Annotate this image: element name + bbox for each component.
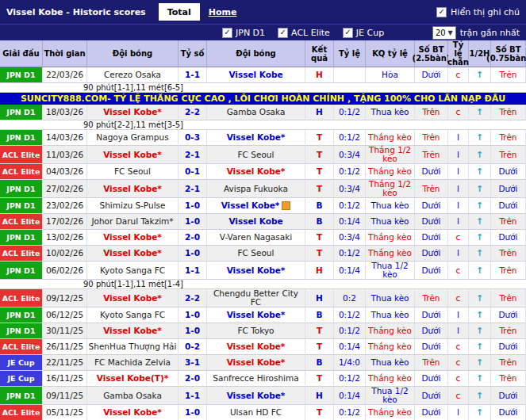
handicap-odds[interactable]: 0:1/4	[334, 262, 366, 280]
away-team[interactable]: Vissel Kobe*	[207, 339, 305, 355]
match-date: 05/11/25	[43, 405, 87, 420]
home-team[interactable]: FC Seoul	[87, 164, 179, 180]
home-team[interactable]: ShenHua Thượng Hải	[87, 339, 179, 355]
handicap-odds[interactable]: 0:3/4	[334, 230, 366, 246]
away-team[interactable]: Vissel Kobe*	[207, 164, 305, 180]
away-team[interactable]: Sanfrecce Hiroshima	[207, 371, 305, 387]
jpn-d1-checkbox[interactable]: ✓	[222, 28, 232, 38]
home-team[interactable]: FC Machida Zelvia	[87, 355, 179, 371]
handicap-odds[interactable]: 0:1/4	[334, 214, 366, 230]
handicap-odds[interactable]	[334, 67, 366, 83]
league-badge: JPN D1	[0, 262, 43, 280]
league-badge: ACL Elite	[0, 246, 43, 262]
away-team[interactable]: Vissel Kobe*	[207, 355, 305, 371]
handicap-odds[interactable]: 0:1/4	[334, 339, 366, 355]
away-team[interactable]: Chengdu Better City FC	[207, 289, 305, 307]
first-half-trend-icon[interactable]: ↑	[476, 374, 483, 383]
first-half-trend-icon[interactable]: ↑	[476, 358, 483, 367]
handicap-odds[interactable]: 0:1/2	[334, 405, 366, 420]
promo-banner[interactable]: SUNCITY888.COM- TỶ LỆ THẮNG CỰC CAO , LỐ…	[0, 93, 526, 105]
first-half-trend-icon[interactable]: ↑	[476, 185, 483, 193]
home-team[interactable]: Kyoto Sanga FC	[87, 307, 179, 323]
first-half-trend-icon[interactable]: ↑	[476, 326, 483, 335]
handicap-odds[interactable]: 0:1/4	[334, 387, 366, 405]
home-team[interactable]: Vissel Kobe(T)*	[87, 371, 179, 387]
match-count-select[interactable]: 20 ▼	[432, 26, 456, 40]
first-half-trend-icon[interactable]: ↑	[476, 201, 483, 210]
home-team[interactable]: Vissel Kobe*	[87, 323, 179, 339]
home-team[interactable]: Gamba Osaka	[87, 387, 179, 405]
away-team[interactable]: Vissel Kobe	[207, 67, 305, 83]
first-half-trend-icon[interactable]: ↑	[476, 108, 483, 116]
home-team[interactable]: Cerezo Osaka	[87, 67, 179, 83]
home-team[interactable]: Kyoto Sanga FC	[87, 262, 179, 280]
handicap-odds[interactable]: 0:1/2	[334, 130, 366, 146]
away-team[interactable]: Vissel Kobe*	[207, 130, 305, 146]
away-team[interactable]: Vissel Kobe*	[207, 262, 305, 280]
away-team[interactable]: Vissel Kobe	[207, 214, 305, 230]
handicap-odds[interactable]: 0:2	[334, 289, 366, 307]
handicap-odds[interactable]: 0:3/4	[334, 146, 366, 164]
first-half-trend-icon[interactable]: ↑	[476, 266, 483, 275]
first-half-trend-icon[interactable]: ↑	[476, 249, 483, 258]
home-team[interactable]: Vissel Kobe*	[87, 230, 179, 246]
tab-home[interactable]: Home	[200, 3, 246, 21]
first-half-trend-icon[interactable]: ↑	[476, 342, 483, 351]
handicap-odds[interactable]: 1/4:0	[334, 355, 366, 371]
away-team[interactable]: Vissel Kobe*	[207, 307, 305, 323]
result-letter: B	[305, 355, 334, 371]
away-team[interactable]: FC Tokyo	[207, 323, 305, 339]
away-team[interactable]: Ulsan HD FC	[207, 405, 305, 420]
first-half-trend-icon[interactable]: ↑	[476, 71, 483, 79]
league-badge: ACL Elite	[0, 214, 43, 230]
handicap-odds[interactable]: 0:1/2	[334, 246, 366, 262]
home-team[interactable]: Shimizu S-Pulse	[87, 198, 179, 214]
home-team[interactable]: Vissel Kobe*	[87, 105, 179, 120]
show-notes-checkbox[interactable]: ✓	[436, 7, 447, 17]
away-team[interactable]: FC Seoul	[207, 246, 305, 262]
away-team[interactable]: V-Varen Nagasaki	[207, 230, 305, 246]
filter-acl-elite[interactable]: ✓ ACL Elite	[278, 28, 330, 38]
home-team[interactable]: Vissel Kobe*	[87, 289, 179, 307]
home-team[interactable]: Vissel Kobe*	[87, 180, 179, 198]
home-team[interactable]: Vissel Kobe*	[87, 246, 179, 262]
first-half-trend-icon[interactable]: ↑	[476, 233, 483, 242]
filter-jpn-d1[interactable]: ✓ JPN D1	[222, 28, 265, 38]
first-half-trend-icon[interactable]: ↑	[476, 151, 483, 159]
table-row: JPN D106/02/26Kyoto Sanga FC1-1Vissel Ko…	[0, 262, 526, 280]
home-team[interactable]: Vissel Kobe*	[87, 146, 179, 164]
away-team[interactable]: FC Seoul	[207, 146, 305, 164]
handicap-odds[interactable]: 0:1/2	[334, 105, 366, 120]
league-badge: ACL Elite	[0, 289, 43, 307]
handicap-odds[interactable]: 0:1/2	[334, 164, 366, 180]
filter-je-cup[interactable]: ✓ JE Cup	[343, 28, 384, 38]
home-team[interactable]: Nagoya Grampus	[87, 130, 179, 146]
column-header-handicap-result: KQ tỷ lệ	[366, 40, 415, 67]
handicap-odds[interactable]: 0:1/2	[334, 198, 366, 214]
tab-total[interactable]: Total	[159, 3, 200, 21]
home-team[interactable]: Vissel Kobe*	[87, 405, 179, 420]
first-half-trend-icon[interactable]: ↑	[476, 167, 483, 176]
home-team[interactable]: Johor Darul Takzim*	[87, 214, 179, 230]
match-count-value: 20	[436, 29, 446, 37]
handicap-odds[interactable]: 0:3/4	[334, 180, 366, 198]
first-half-trend-icon[interactable]: ↑	[476, 133, 483, 142]
show-notes-toggle[interactable]: ✓ Hiển thị ghi chú	[436, 7, 520, 17]
first-half-trend-icon[interactable]: ↑	[476, 294, 483, 303]
first-half-trend-icon[interactable]: ↑	[476, 311, 483, 319]
away-team[interactable]: Gamba Osaka	[207, 105, 305, 120]
away-team[interactable]: Vissel Kobe*	[207, 198, 305, 214]
je-cup-checkbox[interactable]: ✓	[343, 28, 353, 38]
table-row: ACL Elite11/03/26Vissel Kobe*2-1FC Seoul…	[0, 146, 526, 164]
handicap-odds[interactable]: 0:1/2	[334, 371, 366, 387]
away-team[interactable]: Vissel Kobe*	[207, 387, 305, 405]
away-team[interactable]: Avispa Fukuoka	[207, 180, 305, 198]
first-half-trend-icon[interactable]: ↑	[476, 408, 483, 417]
acl-elite-checkbox[interactable]: ✓	[278, 28, 288, 38]
first-half-trend-icon[interactable]: ↑	[476, 217, 483, 226]
handicap-odds[interactable]: 0:1/2	[334, 307, 366, 323]
handicap-odds[interactable]: 0:1/2	[334, 323, 366, 339]
table-row: JPN D122/03/26Cerezo Osaka1-1Vissel Kobe…	[0, 67, 526, 83]
result-letter: T	[305, 405, 334, 420]
first-half-trend-icon[interactable]: ↑	[476, 391, 483, 400]
